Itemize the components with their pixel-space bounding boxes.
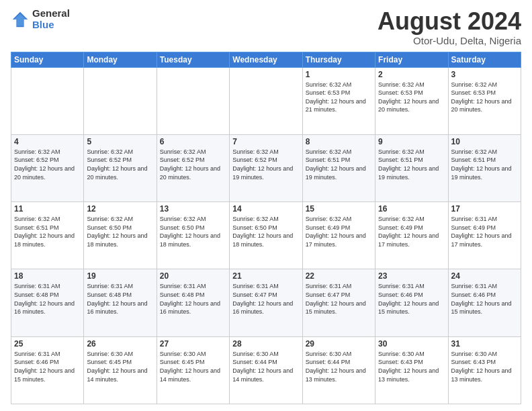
day-info: Sunrise: 6:31 AM Sunset: 6:47 PM Dayligh… — [306, 282, 372, 316]
day-number: 22 — [306, 271, 372, 281]
day-info: Sunrise: 6:32 AM Sunset: 6:49 PM Dayligh… — [378, 215, 445, 248]
day-number: 23 — [378, 271, 445, 281]
day-cell: 31Sunrise: 6:30 AM Sunset: 6:43 PM Dayli… — [448, 336, 521, 404]
day-number: 11 — [14, 204, 81, 214]
location: Otor-Udu, Delta, Nigeria — [378, 35, 521, 46]
week-row-2: 4Sunrise: 6:32 AM Sunset: 6:52 PM Daylig… — [11, 134, 521, 201]
day-number: 14 — [232, 204, 299, 214]
day-cell: 19Sunrise: 6:31 AM Sunset: 6:48 PM Dayli… — [84, 269, 157, 336]
calendar: SundayMondayTuesdayWednesdayThursdayFrid… — [11, 52, 521, 404]
day-info: Sunrise: 6:32 AM Sunset: 6:53 PM Dayligh… — [306, 81, 372, 114]
day-number: 15 — [306, 204, 372, 214]
day-cell: 2Sunrise: 6:32 AM Sunset: 6:53 PM Daylig… — [375, 67, 448, 134]
week-row-5: 25Sunrise: 6:31 AM Sunset: 6:46 PM Dayli… — [11, 336, 521, 404]
logo-text: General Blue — [32, 8, 70, 30]
day-cell: 22Sunrise: 6:31 AM Sunset: 6:47 PM Dayli… — [302, 269, 375, 336]
day-info: Sunrise: 6:31 AM Sunset: 6:46 PM Dayligh… — [451, 282, 518, 316]
day-number: 12 — [87, 204, 153, 214]
day-info: Sunrise: 6:31 AM Sunset: 6:48 PM Dayligh… — [87, 282, 153, 316]
day-number: 9 — [378, 137, 445, 146]
day-info: Sunrise: 6:32 AM Sunset: 6:50 PM Dayligh… — [232, 215, 299, 248]
logo: General Blue — [11, 8, 70, 30]
week-row-4: 18Sunrise: 6:31 AM Sunset: 6:48 PM Dayli… — [11, 269, 521, 336]
day-number: 20 — [160, 271, 226, 281]
day-cell: 14Sunrise: 6:32 AM Sunset: 6:50 PM Dayli… — [230, 202, 302, 269]
day-cell: 8Sunrise: 6:32 AM Sunset: 6:51 PM Daylig… — [302, 134, 375, 201]
day-number: 17 — [451, 204, 518, 214]
day-number: 13 — [160, 204, 226, 214]
day-number: 21 — [232, 271, 299, 281]
day-cell: 29Sunrise: 6:30 AM Sunset: 6:44 PM Dayli… — [302, 336, 375, 404]
day-cell: 3Sunrise: 6:32 AM Sunset: 6:53 PM Daylig… — [448, 67, 521, 134]
day-info: Sunrise: 6:31 AM Sunset: 6:48 PM Dayligh… — [14, 282, 81, 316]
day-cell — [230, 67, 302, 134]
day-cell: 24Sunrise: 6:31 AM Sunset: 6:46 PM Dayli… — [448, 269, 521, 336]
day-info: Sunrise: 6:30 AM Sunset: 6:44 PM Dayligh… — [232, 350, 299, 383]
day-cell: 21Sunrise: 6:31 AM Sunset: 6:47 PM Dayli… — [230, 269, 302, 336]
day-info: Sunrise: 6:31 AM Sunset: 6:47 PM Dayligh… — [232, 282, 299, 316]
day-number: 26 — [87, 339, 153, 349]
day-number: 7 — [232, 137, 299, 146]
day-number: 3 — [451, 70, 518, 79]
day-info: Sunrise: 6:31 AM Sunset: 6:46 PM Dayligh… — [14, 350, 81, 383]
day-cell: 9Sunrise: 6:32 AM Sunset: 6:51 PM Daylig… — [375, 134, 448, 201]
month-title: August 2024 — [378, 8, 521, 35]
day-cell: 11Sunrise: 6:32 AM Sunset: 6:51 PM Dayli… — [11, 202, 84, 269]
day-number: 31 — [451, 339, 518, 349]
svg-marker-1 — [14, 13, 26, 26]
day-cell: 20Sunrise: 6:31 AM Sunset: 6:48 PM Dayli… — [157, 269, 229, 336]
day-info: Sunrise: 6:30 AM Sunset: 6:43 PM Dayligh… — [451, 350, 518, 383]
day-info: Sunrise: 6:30 AM Sunset: 6:45 PM Dayligh… — [87, 350, 153, 383]
day-number: 6 — [160, 137, 226, 146]
day-info: Sunrise: 6:30 AM Sunset: 6:44 PM Dayligh… — [306, 350, 372, 383]
day-cell: 25Sunrise: 6:31 AM Sunset: 6:46 PM Dayli… — [11, 336, 84, 404]
day-cell: 6Sunrise: 6:32 AM Sunset: 6:52 PM Daylig… — [157, 134, 229, 201]
title-section: August 2024 Otor-Udu, Delta, Nigeria — [378, 8, 521, 46]
day-number: 24 — [451, 271, 518, 281]
day-number: 2 — [378, 70, 445, 79]
day-cell: 15Sunrise: 6:32 AM Sunset: 6:49 PM Dayli… — [302, 202, 375, 269]
day-info: Sunrise: 6:31 AM Sunset: 6:49 PM Dayligh… — [451, 215, 518, 248]
logo-icon — [11, 10, 30, 29]
day-info: Sunrise: 6:32 AM Sunset: 6:52 PM Dayligh… — [87, 148, 153, 181]
day-cell — [84, 67, 157, 134]
day-header-wednesday: Wednesday — [230, 52, 302, 67]
day-number: 10 — [451, 137, 518, 146]
day-info: Sunrise: 6:32 AM Sunset: 6:51 PM Dayligh… — [14, 215, 81, 248]
day-number: 29 — [306, 339, 372, 349]
day-info: Sunrise: 6:32 AM Sunset: 6:52 PM Dayligh… — [232, 148, 299, 181]
day-cell: 23Sunrise: 6:31 AM Sunset: 6:46 PM Dayli… — [375, 269, 448, 336]
day-header-saturday: Saturday — [448, 52, 521, 67]
day-cell: 30Sunrise: 6:30 AM Sunset: 6:43 PM Dayli… — [375, 336, 448, 404]
day-info: Sunrise: 6:32 AM Sunset: 6:49 PM Dayligh… — [306, 215, 372, 248]
day-info: Sunrise: 6:32 AM Sunset: 6:53 PM Dayligh… — [378, 81, 445, 114]
week-row-1: 1Sunrise: 6:32 AM Sunset: 6:53 PM Daylig… — [11, 67, 521, 134]
day-number: 25 — [14, 339, 81, 349]
day-info: Sunrise: 6:32 AM Sunset: 6:51 PM Dayligh… — [306, 148, 372, 181]
day-info: Sunrise: 6:32 AM Sunset: 6:50 PM Dayligh… — [160, 215, 226, 248]
day-header-tuesday: Tuesday — [157, 52, 229, 67]
day-cell: 10Sunrise: 6:32 AM Sunset: 6:51 PM Dayli… — [448, 134, 521, 201]
day-header-monday: Monday — [84, 52, 157, 67]
day-number: 16 — [378, 204, 445, 214]
day-number: 19 — [87, 271, 153, 281]
logo-general: General — [32, 8, 70, 19]
day-cell: 18Sunrise: 6:31 AM Sunset: 6:48 PM Dayli… — [11, 269, 84, 336]
day-cell: 12Sunrise: 6:32 AM Sunset: 6:50 PM Dayli… — [84, 202, 157, 269]
day-cell: 5Sunrise: 6:32 AM Sunset: 6:52 PM Daylig… — [84, 134, 157, 201]
day-info: Sunrise: 6:32 AM Sunset: 6:52 PM Dayligh… — [160, 148, 226, 181]
page: General Blue August 2024 Otor-Udu, Delta… — [0, 0, 532, 411]
week-row-3: 11Sunrise: 6:32 AM Sunset: 6:51 PM Dayli… — [11, 202, 521, 269]
day-header-sunday: Sunday — [11, 52, 84, 67]
day-cell: 1Sunrise: 6:32 AM Sunset: 6:53 PM Daylig… — [302, 67, 375, 134]
day-number: 1 — [306, 70, 372, 79]
day-cell: 7Sunrise: 6:32 AM Sunset: 6:52 PM Daylig… — [230, 134, 302, 201]
day-number: 30 — [378, 339, 445, 349]
day-number: 18 — [14, 271, 81, 281]
day-info: Sunrise: 6:30 AM Sunset: 6:43 PM Dayligh… — [378, 350, 445, 383]
day-number: 5 — [87, 137, 153, 146]
day-info: Sunrise: 6:32 AM Sunset: 6:53 PM Dayligh… — [451, 81, 518, 114]
day-cell: 4Sunrise: 6:32 AM Sunset: 6:52 PM Daylig… — [11, 134, 84, 201]
day-info: Sunrise: 6:31 AM Sunset: 6:46 PM Dayligh… — [378, 282, 445, 316]
header: General Blue August 2024 Otor-Udu, Delta… — [11, 8, 521, 46]
